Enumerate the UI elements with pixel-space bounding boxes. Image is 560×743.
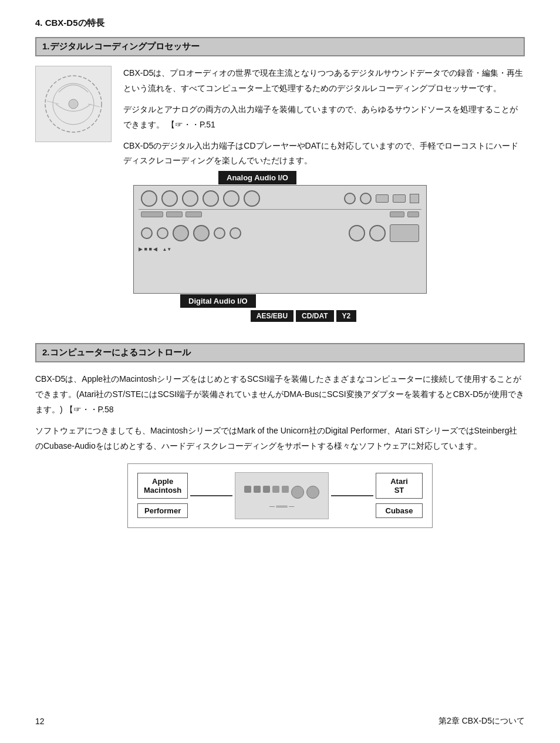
computer-diagram: AppleMacintosh Performer [127,463,433,528]
conn8 [360,193,372,204]
label-cddat: CD/DAT [296,310,333,322]
conn3 [182,190,198,207]
section-1-content: CBX-D5は、プロオーディオの世界で現在主流となりつつあるデジタルサウンドデー… [35,66,525,174]
section-1-text: CBX-D5は、プロオーディオの世界で現在主流となりつつあるデジタルサウンドデー… [123,66,525,174]
analog-label: Analog Audio I/O [218,171,296,184]
section-1-para3: CBX-D5のデジタル入出力端子はCDプレーヤーやDATにも対応していますので、… [123,139,525,169]
section-1-para1: CBX-D5は、プロオーディオの世界で現在主流となりつつあるデジタルサウンドデー… [123,66,525,96]
conn-b6 [369,225,386,241]
svg-point-2 [69,99,78,109]
footer-page-number: 12 [35,717,45,726]
comp-right: AtariST Cubase [376,473,423,518]
label-y2: Y2 [336,310,357,322]
rect-port1 [376,194,389,203]
comp-line-right [331,495,373,496]
page-header: 4. CBX-D5の特長 [35,18,525,29]
section-1-image [35,66,112,142]
page: 4. CBX-D5の特長 1.デジタルレコーディングプロセッサー CBX-D5は… [0,0,560,743]
bottom-labels: AES/EBU CD/DAT Y2 [251,310,356,322]
conn7 [344,193,356,204]
connector-row-3 [134,220,426,244]
section-2: 2.コンピューターによるコントロール CBX-D5は、Apple社のMacint… [35,343,525,527]
computer-diagram-wrapper: AppleMacintosh Performer [35,463,525,528]
performer-box: Performer [137,503,188,518]
label-aesebu: AES/EBU [251,310,294,322]
section-1-para2: デジタルとアナログの両方の入出力端子を装備していますので、あらゆるサウンドソース… [123,102,525,133]
device-diagram-wrapper: Analog Audio I/O [35,185,525,322]
conn-b2 [157,227,168,239]
digital-label: Digital Audio I/O [180,294,256,308]
conn-b1 [141,227,153,239]
connector-row-1 [134,186,426,209]
section-2-text: CBX-D5は、Apple社のMacintoshシリーズをはじめとするSCSI端… [35,372,525,453]
conn1 [141,190,157,207]
comp-left: AppleMacintosh Performer [137,473,188,518]
rect-port2 [393,194,406,203]
page-footer: 12 第2章 CBX-D5について [0,716,560,727]
section-2-para2: ソフトウェアにつきましても、MacintoshシリーズではMark of the… [35,423,525,454]
conn5 [223,190,239,207]
section-1-header: 1.デジタルレコーディングプロセッサー [35,37,525,56]
section-2-header: 2.コンピューターによるコントロール [35,343,525,362]
cubase-box: Cubase [376,503,423,518]
comp-center-device: — ═══ — [235,472,329,519]
conn6 [244,190,260,207]
section-1: 1.デジタルレコーディングプロセッサー CBX-D5は、プロオーディオの世界で現… [35,37,525,322]
device-bottom-text: ▶ ■ ■ ◀ ▲▼ [134,244,426,254]
conn-b3 [214,227,225,239]
sq-port1 [410,194,419,203]
conn-b4 [230,227,241,239]
connector-row-2 [134,210,426,220]
conn-b5 [349,225,365,241]
comp-line-left [190,495,232,496]
atari-st-box: AtariST [376,473,423,499]
footer-chapter-text: 第2章 CBX-D5について [438,716,525,727]
conn4 [203,190,219,207]
conn2 [161,190,178,207]
apple-macintosh-box: AppleMacintosh [137,473,188,499]
section-2-para1: CBX-D5は、Apple社のMacintoshシリーズをはじめとするSCSI端… [35,372,525,418]
device-box: ▶ ■ ■ ◀ ▲▼ [133,185,427,294]
